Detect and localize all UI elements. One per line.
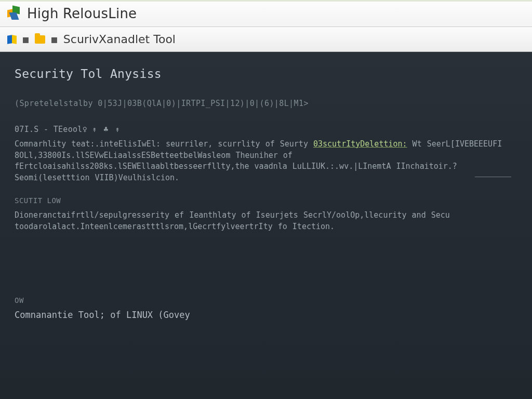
breadcrumb-separator: ▪ [50,33,58,46]
section-1-header: 07I.S - TEeool♀ ↟ ♣ ↟ [15,124,517,136]
meta-spec-line: (Spretelelstalby 0|53J|03B(QlA|0)|IRTPI_… [15,98,517,110]
footer-line: Comnanantie Tool; of LINUX (Govey [15,309,517,322]
breadcrumb-separator: ▪ [22,33,30,46]
folder-icon[interactable] [35,35,45,44]
app-cube-icon [7,6,22,21]
window-accent-line [0,0,532,2]
section-1-highlight[interactable]: 03scutrItyDelettion: [313,139,407,149]
footer-label: ow [15,295,517,305]
page-heading: Security Tol Anysiss [15,65,517,83]
window-titlebar: High RelousLine [0,0,532,27]
window-title: High RelousLine [27,6,137,21]
section-1-text-a: Comnarhlity teat:.inteElisIwEl: seurrile… [15,139,313,149]
horizontal-rule-icon [475,177,511,177]
section-1-glyphs: ↟ ♣ ↟ [92,125,121,134]
section-1-code: 07I.S - TEeool♀ [15,125,92,134]
section-1-body: Comnarhlity teat:.inteElisIwEl: seurrile… [15,139,513,184]
terminal-pane: Security Tol Anysiss (Spretelelstalby 0|… [0,52,532,335]
section-2-body: Dioneranctaifrtll/sepulgresserity ef Iea… [15,210,513,233]
section-2-label: scutit low [15,195,517,206]
breadcrumb-label[interactable]: ScurivXanadlet Tool [63,33,176,46]
book-icon[interactable] [7,34,17,45]
toolbar: ▪ ▪ ScurivXanadlet Tool [0,27,532,52]
